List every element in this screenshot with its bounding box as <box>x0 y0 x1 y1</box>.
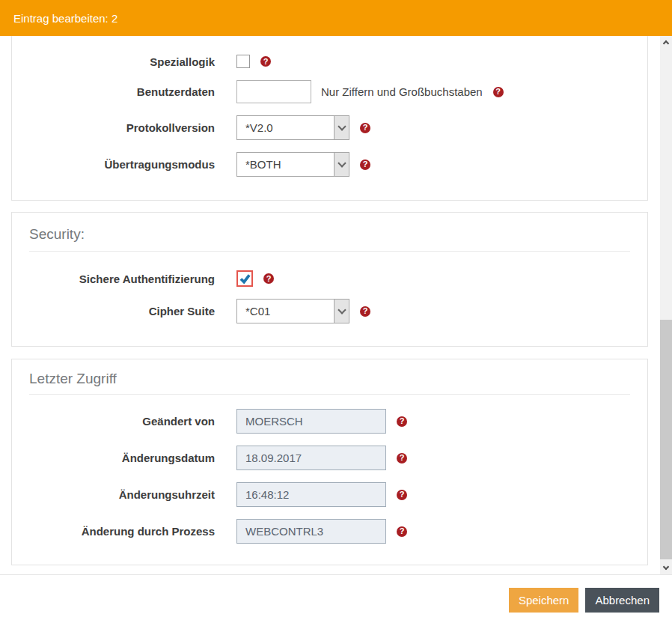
form-row-benutzerdaten: Benutzerdaten Nur Ziffern und Großbuchst… <box>12 80 647 103</box>
geaendert-von-input <box>236 409 386 434</box>
chevron-down-icon[interactable] <box>334 153 349 176</box>
field-label: Sichere Authentifizierung <box>12 273 215 285</box>
aenderung-durch-prozess-input <box>236 519 386 544</box>
field-label: Änderung durch Prozess <box>12 525 215 538</box>
chevron-down-icon <box>663 564 669 570</box>
field-label: Übertragungsmodus <box>12 158 215 171</box>
field-label: Cipher Suite <box>12 305 215 317</box>
form-row-cipher-suite: Cipher Suite *C01 <box>12 299 647 323</box>
help-icon[interactable] <box>360 306 370 317</box>
form-row-uebertragungsmodus: Übertragungsmodus *BOTH <box>12 152 647 177</box>
form-row-aenderungsdatum: Änderungsdatum <box>12 446 647 470</box>
dialog-footer: Speichern Abbrechen <box>0 574 672 623</box>
aenderungsuhrzeit-input <box>236 482 386 507</box>
help-icon[interactable] <box>493 87 504 97</box>
select-value: *V2.0 <box>237 116 334 139</box>
save-button[interactable]: Speichern <box>509 588 579 613</box>
form-row-sichere-authentifizierung: Sichere Authentifizierung <box>12 270 647 287</box>
speziallogik-checkbox[interactable] <box>236 55 250 68</box>
help-icon[interactable] <box>397 453 407 464</box>
uebertragungsmodus-select[interactable]: *BOTH <box>236 152 349 177</box>
dialog-header: Eintrag bearbeiten: 2 <box>0 0 672 36</box>
field-label: Protokollversion <box>12 121 215 134</box>
select-value: *C01 <box>237 300 334 323</box>
sichere-authentifizierung-checkbox[interactable] <box>236 270 253 287</box>
help-icon[interactable] <box>397 526 407 537</box>
input-hint: Nur Ziffern und Großbuchstaben <box>321 85 483 98</box>
protokollversion-select[interactable]: *V2.0 <box>236 115 349 140</box>
form-content: Speziallogik Benutzerdaten Nur Ziffern u… <box>11 36 648 565</box>
help-icon[interactable] <box>360 123 370 133</box>
panel-security: Security: Sichere Authentifizierung <box>11 212 648 347</box>
help-icon[interactable] <box>397 490 407 500</box>
cipher-suite-select[interactable]: *C01 <box>236 299 349 323</box>
scroll-up-button[interactable] <box>660 36 672 49</box>
form-row-protokollversion: Protokollversion *V2.0 <box>12 115 647 140</box>
section-title-security: Security: <box>12 213 647 251</box>
chevron-down-icon[interactable] <box>334 116 349 139</box>
cancel-button[interactable]: Abbrechen <box>585 588 659 613</box>
field-label: Änderungsuhrzeit <box>12 488 215 501</box>
panel-last-access: Letzter Zugriff Geändert von Änderungsda… <box>11 359 648 565</box>
scrollbar-thumb[interactable] <box>660 320 672 559</box>
checkmark-icon <box>239 273 251 284</box>
form-row-speziallogik: Speziallogik <box>12 55 647 68</box>
help-icon[interactable] <box>360 159 370 170</box>
edit-entry-dialog: Eintrag bearbeiten: 2 Speziallogik Benut… <box>0 0 672 623</box>
chevron-up-icon <box>663 40 669 46</box>
field-label: Änderungsdatum <box>12 452 215 464</box>
scroll-down-button[interactable] <box>660 562 672 574</box>
help-icon[interactable] <box>263 273 274 284</box>
benutzerdaten-input[interactable] <box>236 80 311 103</box>
dialog-body: Speziallogik Benutzerdaten Nur Ziffern u… <box>0 36 672 574</box>
form-row-aenderungsuhrzeit: Änderungsuhrzeit <box>12 482 647 507</box>
form-row-geaendert-von: Geändert von <box>12 409 647 434</box>
section-divider <box>29 251 630 252</box>
section-title-last-access: Letzter Zugriff <box>12 359 647 394</box>
form-row-aenderung-durch-prozess: Änderung durch Prozess <box>12 519 647 544</box>
aenderungsdatum-input <box>236 446 386 470</box>
help-icon[interactable] <box>260 56 271 67</box>
dialog-title: Eintrag bearbeiten: 2 <box>13 12 117 25</box>
field-label: Speziallogik <box>12 55 215 68</box>
select-value: *BOTH <box>237 153 334 176</box>
chevron-down-icon[interactable] <box>334 300 349 323</box>
vertical-scrollbar[interactable] <box>660 36 672 574</box>
field-label: Benutzerdaten <box>12 85 215 98</box>
help-icon[interactable] <box>397 416 407 427</box>
field-label: Geändert von <box>12 415 215 428</box>
section-divider <box>29 394 630 395</box>
panel-general: Speziallogik Benutzerdaten Nur Ziffern u… <box>11 36 648 201</box>
